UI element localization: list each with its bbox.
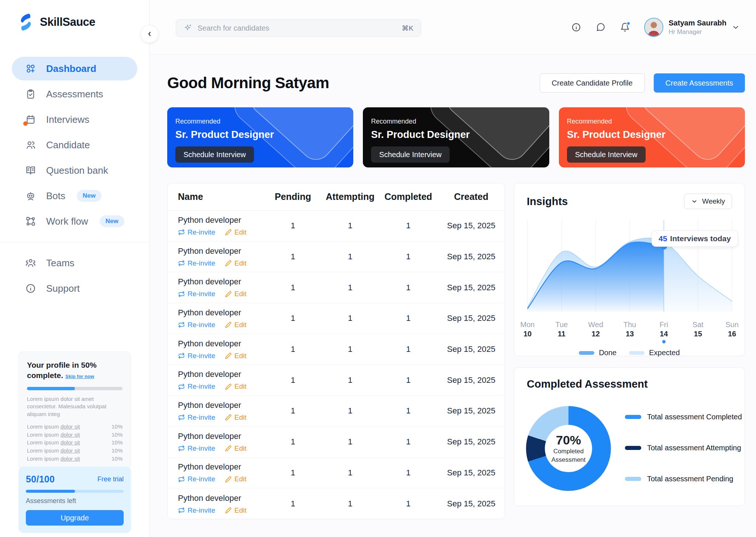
reinvite-link[interactable]: Re-invite — [178, 413, 215, 422]
checklist-link[interactable]: dolor sit — [61, 423, 80, 430]
repeat-icon — [178, 291, 185, 298]
pending-value: 1 — [264, 252, 322, 261]
completed-value: 1 — [379, 252, 438, 261]
sidebar-item-candidate[interactable]: Candidate — [12, 133, 137, 157]
recommended-tag: Recommended — [567, 118, 745, 125]
edit-link[interactable]: Edit — [225, 352, 247, 360]
chart-legend: DoneExpected — [514, 349, 745, 357]
sidebar-item-support[interactable]: Support — [12, 277, 137, 300]
candidate-name: Python developer — [178, 277, 264, 287]
bot-icon — [25, 190, 36, 201]
checklist-text: Lorem ipsum dolor sit — [27, 455, 80, 463]
dashboard-icon — [25, 63, 36, 74]
upgrade-button[interactable]: Upgrade — [26, 510, 124, 526]
create-assessments-button[interactable]: Create Assessments — [654, 73, 745, 93]
edit-link[interactable]: Edit — [225, 506, 247, 515]
candidate-name: Python developer — [178, 246, 264, 256]
sidebar-item-label: Question bank — [46, 165, 108, 176]
edit-link[interactable]: Edit — [225, 290, 247, 298]
profile-progress-bar — [27, 387, 123, 390]
checklist-link[interactable]: dolor sit — [61, 439, 80, 446]
checklist-value: 10% — [111, 455, 123, 463]
edit-link[interactable]: Edit — [225, 321, 247, 329]
pencil-icon — [225, 414, 232, 421]
x-axis-label-sun: Sun16 — [715, 321, 749, 338]
repeat-icon — [178, 383, 185, 390]
checklist-link[interactable]: dolor sit — [61, 455, 80, 462]
reinvite-link[interactable]: Re-invite — [178, 228, 215, 236]
sidebar-item-dashboard[interactable]: Dashboard — [12, 57, 137, 80]
schedule-interview-button[interactable]: Schedule Interview — [175, 146, 254, 163]
edit-link[interactable]: Edit — [225, 382, 247, 391]
reinvite-link[interactable]: Re-invite — [178, 259, 215, 267]
pencil-icon — [225, 507, 232, 514]
user-menu[interactable]: Satyam Saurabh Hr Manager — [644, 18, 740, 37]
reinvite-link[interactable]: Re-invite — [178, 444, 215, 453]
trial-progress-bar — [26, 490, 124, 493]
legend-label: Expected — [649, 349, 680, 357]
skip-for-now-link[interactable]: Skip for now — [65, 374, 94, 379]
edit-link[interactable]: Edit — [225, 413, 247, 422]
legend-chip — [629, 351, 645, 355]
reinvite-link[interactable]: Re-invite — [178, 382, 215, 391]
created-value: Sep 15, 2025 — [438, 406, 505, 416]
created-value: Sep 15, 2025 — [438, 468, 505, 478]
search-input[interactable] — [197, 24, 396, 32]
completed-value: 1 — [379, 283, 438, 292]
checklist-link[interactable]: dolor sit — [61, 432, 80, 438]
assessment-donut-chart: 70% Completed Assessment — [526, 406, 611, 491]
sidebar-collapse-button[interactable] — [141, 25, 158, 43]
sparkle-icon — [183, 24, 192, 32]
edit-link[interactable]: Edit — [225, 444, 247, 453]
donut-legend-chip — [625, 477, 641, 481]
checklist-text: Lorem ipsum dolor sit — [27, 439, 80, 447]
attempting-value: 1 — [322, 283, 379, 292]
donut-legend-label: Total assessment Attempting — [647, 444, 741, 452]
interviews-today-tooltip: 45Interviews today — [652, 231, 738, 247]
pencil-icon — [225, 383, 232, 390]
edit-link[interactable]: Edit — [225, 475, 247, 483]
sidebar-item-work-flow[interactable]: Work flowNew — [12, 209, 137, 233]
trial-label: Free trial — [97, 475, 124, 483]
create-candidate-profile-button[interactable]: Create Candidate Profile — [540, 73, 645, 93]
donut-legend: Total assessment CompletedTotal assessme… — [625, 413, 742, 483]
checklist-text: Lorem ipsum dolor sit — [27, 431, 80, 439]
sidebar-item-label: Candidate — [46, 139, 90, 151]
pending-value: 1 — [264, 406, 322, 416]
reinvite-link[interactable]: Re-invite — [178, 352, 215, 360]
sidebar-item-bots[interactable]: BotsNew — [12, 184, 137, 208]
pending-value: 1 — [264, 313, 322, 323]
reinvite-link[interactable]: Re-invite — [178, 321, 215, 329]
attempting-value: 1 — [322, 221, 379, 231]
donut-label-line2: Assessment — [551, 456, 586, 463]
sidebar-item-question-bank[interactable]: Question bank — [12, 159, 137, 182]
schedule-interview-button[interactable]: Schedule Interview — [567, 146, 646, 163]
completed-assessment-title: Completed Assessment — [514, 368, 745, 390]
reinvite-link[interactable]: Re-invite — [178, 475, 215, 483]
profile-completion-title: Your profile in 50% complete.Skip for no… — [27, 360, 123, 381]
sidebar-item-teams[interactable]: Teams — [12, 251, 137, 275]
weekly-range-selector[interactable]: Weekly — [684, 194, 732, 209]
checklist-text: Lorem ipsum dolor sit — [27, 423, 80, 431]
table-header-row: NamePendingAttemptingCompletedCreated — [168, 183, 505, 211]
search-bar[interactable]: ⌘K — [176, 19, 421, 37]
created-value: Sep 15, 2025 — [438, 283, 505, 292]
chat-icon[interactable] — [595, 22, 606, 32]
completed-value: 1 — [379, 499, 438, 509]
checklist-link[interactable]: dolor sit — [61, 447, 80, 454]
edit-link[interactable]: Edit — [225, 228, 247, 236]
schedule-interview-button[interactable]: Schedule Interview — [371, 146, 450, 163]
edit-link[interactable]: Edit — [225, 259, 247, 267]
sidebar-item-interviews[interactable]: Interviews — [12, 108, 137, 131]
notifications-bell-icon[interactable] — [620, 22, 630, 32]
calendar-icon — [25, 114, 36, 125]
pencil-icon — [225, 445, 232, 452]
sidebar-item-assessments[interactable]: Assessments — [12, 82, 137, 106]
info-icon[interactable] — [571, 22, 581, 32]
recommended-cards-row: RecommendedSr. Product DesignerSchedule … — [167, 107, 745, 167]
brand-name: SkillSauce — [40, 15, 95, 29]
book-icon — [25, 165, 36, 176]
profile-progress-fill — [27, 387, 75, 390]
reinvite-link[interactable]: Re-invite — [178, 290, 215, 298]
reinvite-link[interactable]: Re-invite — [178, 506, 215, 515]
